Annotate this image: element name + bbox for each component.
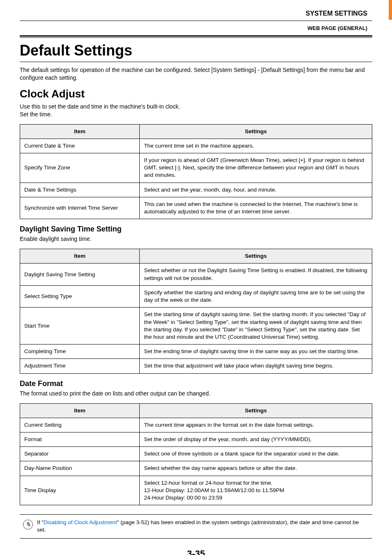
item-cell: Current Setting [20,418,140,432]
settings-cell: Select 12-hour format or 24-hour format … [140,476,372,505]
section-label: SYSTEM SETTINGS [20,10,372,17]
settings-cell: This can be used when the machine is con… [140,197,372,219]
clock-desc-1: Use this to set the date and time in the… [20,103,372,111]
divider-heavy [20,35,372,37]
item-cell: Specify Time Zone [20,153,140,183]
table-row: Format Set the order of display of the y… [20,432,372,446]
note-box: ✎ If "Disabling of Clock Adjustment" (pa… [20,514,372,538]
dst-table: Item Settings Daylight Saving Time Setti… [20,249,372,373]
item-cell: Daylight Saving Time Setting [20,264,140,285]
dateformat-table: Item Settings Current Setting The curren… [20,403,372,506]
item-cell: Start Time [20,308,140,345]
item-cell: Synchronize with Internet Time Server [20,197,140,219]
note-text: If "Disabling of Clock Adjustment" (page… [37,519,369,534]
table-row: Current Date & Time The current time set… [20,139,372,153]
table-row: Specify Time Zone If your region is ahea… [20,153,372,183]
page-number: 3-35 [20,548,372,555]
table-row: Completing Time Set the ending time of d… [20,345,372,359]
clock-table: Item Settings Current Date & Time The cu… [20,124,372,220]
col-header-item: Item [20,249,140,264]
col-header-item: Item [20,124,140,139]
table-row: Adjustment Time Set the time that adjust… [20,359,372,373]
item-cell: Adjustment Time [20,359,140,373]
dst-heading: Daylight Saving Time Setting [20,225,372,234]
table-row: Current Setting The current time appears… [20,418,372,432]
table-row: Daylight Saving Time Setting Select whet… [20,264,372,285]
subsection-label: WEB PAGE (GENERAL) [20,25,372,31]
table-row: Day-Name Position Select whether the day… [20,461,372,476]
note-icon: ✎ [23,520,33,530]
dateformat-heading: Date Format [20,379,372,388]
col-header-settings: Settings [140,249,372,264]
clock-heading: Clock Adjust [20,88,372,100]
table-row: Start Time Set the starting time of dayl… [20,308,372,345]
title-underline [20,62,372,62]
settings-cell: Set the order of display of the year, mo… [140,432,372,446]
item-cell: Separator [20,447,140,461]
item-cell: Current Date & Time [20,139,140,153]
table-row: Synchronize with Internet Time Server Th… [20,197,372,219]
settings-cell: Select one of three symbols or a blank s… [140,447,372,461]
divider-thin [20,37,372,38]
item-cell: Format [20,432,140,446]
settings-cell: Set the ending time of daylight saving t… [140,345,372,359]
settings-cell: The current time appears in the format s… [140,418,372,432]
item-cell: Select Setting Type [20,285,140,307]
table-row: Time Display Select 12-hour format or 24… [20,476,372,505]
settings-cell: Select whether the day name appears befo… [140,461,372,476]
settings-cell: Set the starting time of daylight saving… [140,308,372,345]
settings-cell: Select and set the year, month, day, hou… [140,183,372,197]
title-description: The default settings for operation of th… [20,66,372,82]
dst-desc: Enable daylight saving time. [20,235,372,243]
page-title: Default Settings [20,42,372,59]
clock-desc-2: Set the time. [20,111,372,118]
col-header-settings: Settings [140,403,372,418]
settings-cell: Select whether or not the Daylight Savin… [140,264,372,285]
settings-cell: Set the time that adjustment will take p… [140,359,372,373]
table-row: Select Setting Type Specify whether the … [20,285,372,307]
item-cell: Time Display [20,476,140,505]
col-header-item: Item [20,403,140,418]
settings-cell: The current time set in the machine appe… [140,139,372,153]
settings-cell: If your region is ahead of GMT (Greenwic… [140,153,372,183]
note-link[interactable]: Disabling of Clock Adjustment [44,519,117,525]
accent-bar [389,0,392,20]
divider [20,21,372,21]
item-cell: Day-Name Position [20,461,140,476]
item-cell: Completing Time [20,345,140,359]
item-cell: Date & Time Settings [20,183,140,197]
table-row: Separator Select one of three symbols or… [20,447,372,461]
note-prefix: If " [37,519,44,525]
settings-cell: Specify whether the starting and ending … [140,285,372,307]
table-row: Date & Time Settings Select and set the … [20,183,372,197]
col-header-settings: Settings [140,124,372,139]
dateformat-desc: The format used to print the date on lis… [20,390,372,398]
